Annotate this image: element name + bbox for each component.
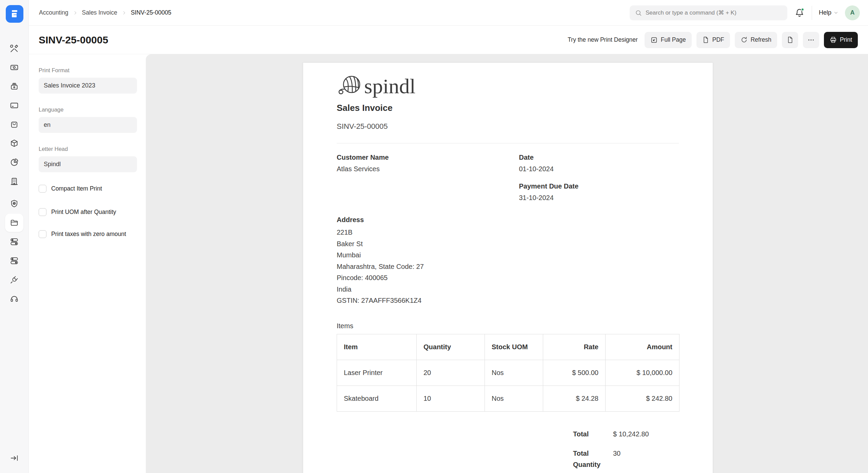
compact-item-print-row: Compact Item Print (39, 184, 139, 193)
try-print-designer-link[interactable]: Try the new Print Designer (568, 36, 638, 43)
sidebar-item-files[interactable] (5, 214, 23, 232)
item-name: Skateboard (337, 386, 417, 411)
cash-register-icon (10, 82, 19, 91)
address-line: Mumbai (337, 250, 679, 261)
sidebar-item-selling[interactable] (5, 115, 23, 134)
letterhead: spindl (337, 74, 679, 96)
date-label: Date (519, 154, 679, 161)
invoice-paper: spindl Sales Invoice SINV-25-00005 Custo… (303, 62, 713, 473)
sidebar-item-buying[interactable] (5, 77, 23, 96)
breadcrumb-sales-invoice[interactable]: Sales Invoice (82, 9, 117, 16)
address-line: 221B (337, 227, 679, 238)
shopping-bag-icon (10, 120, 19, 129)
breadcrumb-accounting[interactable]: Accounting (39, 9, 68, 16)
page-title: SINV-25-00005 (39, 34, 108, 46)
search-input[interactable]: Search or type a command (⌘ + K) (630, 5, 787, 20)
icon-sidebar (0, 0, 29, 473)
invoice-divider (337, 143, 679, 143)
full-page-icon (650, 36, 658, 44)
top-navbar: Accounting Sales Invoice SINV-25-00005 S… (29, 0, 868, 26)
avatar-initial: A (850, 9, 855, 16)
credit-card-icon (10, 101, 19, 110)
pdf-button[interactable]: PDF (696, 32, 730, 48)
print-format-label: Print Format (39, 67, 146, 74)
compact-item-print-checkbox[interactable] (39, 185, 46, 193)
help-menu[interactable]: Help (819, 9, 838, 16)
print-format-value: Sales Invoice 2023 (44, 82, 95, 89)
table-row: Skateboard 10 Nos $ 24.28 $ 242.80 (337, 386, 679, 411)
print-button[interactable]: Print (824, 32, 858, 48)
sidebar-item-settings[interactable] (5, 233, 23, 251)
yarn-ball-logo-icon (337, 74, 361, 96)
sidebar-item-integrations[interactable] (5, 271, 23, 289)
col-rate: Rate (543, 334, 606, 360)
sidebar-item-payments[interactable] (5, 96, 23, 115)
sidebar-item-organization[interactable] (5, 172, 23, 191)
item-uom: Nos (485, 360, 543, 386)
print-format-select[interactable]: Sales Invoice 2023 (39, 78, 137, 94)
col-item: Item (337, 334, 417, 360)
page-header: SINV-25-00005 Try the new Print Designer… (29, 26, 868, 54)
sidebar-item-analytics[interactable] (5, 153, 23, 172)
payment-due-date-value: 31-10-2024 (519, 194, 679, 202)
notifications-button[interactable] (794, 7, 805, 18)
items-section-label: Items (337, 322, 679, 330)
sidebar-item-support[interactable] (5, 290, 23, 308)
collapse-sidebar-button[interactable] (7, 451, 21, 465)
topbar-divider (812, 6, 812, 20)
print-zero-taxes-checkbox[interactable] (39, 230, 46, 238)
building-icon (10, 177, 19, 186)
invoice-doc-no: SINV-25-00005 (337, 122, 679, 131)
breadcrumb-current: SINV-25-00005 (131, 9, 172, 16)
language-value: en (44, 121, 51, 129)
printer-icon (830, 36, 837, 43)
more-options-button[interactable] (803, 32, 819, 48)
ellipsis-icon (807, 36, 815, 44)
sidebar-item-money[interactable] (5, 58, 23, 77)
language-select[interactable]: en (39, 117, 137, 133)
sidebar-item-stock[interactable] (5, 134, 23, 153)
print-uom-checkbox[interactable] (39, 208, 46, 216)
address-block: Address 221B Baker St Mumbai Maharashtra… (337, 216, 679, 307)
full-page-button[interactable]: Full Page (645, 32, 692, 48)
address-line: Baker St (337, 238, 679, 250)
pdf-label: PDF (712, 36, 724, 43)
dates-block: Date 01-10-2024 Payment Due Date 31-10-2… (508, 154, 679, 202)
erpnext-logo-icon (9, 8, 20, 20)
col-quantity: Quantity (417, 334, 485, 360)
address-line: Pincode: 400065 (337, 272, 679, 284)
full-page-label: Full Page (661, 36, 686, 43)
total-quantity-label: Total Quantity (573, 448, 613, 470)
plug-icon (10, 275, 19, 284)
date-value: 01-10-2024 (519, 165, 679, 173)
address-line: Maharashtra, State Code: 27 (337, 261, 679, 273)
tools-icon (10, 44, 19, 53)
sidebar-item-quality[interactable] (5, 195, 23, 213)
item-amount: $ 242.80 (606, 386, 679, 411)
chevron-down-icon (834, 11, 838, 15)
folder-icon (10, 218, 19, 227)
pie-chart-icon (10, 158, 19, 167)
sidebar-item-tools[interactable] (5, 39, 23, 58)
language-label: Language (39, 106, 146, 113)
invoice-doc-type: Sales Invoice (337, 103, 679, 113)
avatar[interactable]: A (845, 5, 860, 20)
totals-block: Total $ 10,242.80 Total Quantity 30 (573, 429, 679, 470)
chevron-right-icon (122, 11, 126, 15)
items-header-row: Item Quantity Stock UOM Rate Amount (337, 334, 679, 360)
erpnext-logo[interactable] (6, 5, 23, 23)
refresh-icon (741, 36, 748, 43)
letter-head-select[interactable]: Spindl (39, 156, 137, 172)
address-line: GSTIN: 27AAFFF3566K1Z4 (337, 295, 679, 307)
search-placeholder: Search or type a command (⌘ + K) (646, 9, 736, 16)
brand-wordmark: spindl (364, 77, 416, 96)
invoice-meta: Customer Name Atlas Services Date 01-10-… (337, 154, 679, 202)
sidebar-item-automation[interactable] (5, 252, 23, 270)
print-uom-row: Print UOM after Quantity (39, 208, 139, 216)
address-line: India (337, 284, 679, 295)
refresh-button[interactable]: Refresh (735, 32, 777, 48)
payment-due-date-label: Payment Due Date (519, 182, 679, 190)
print-options-panel: Print Format Sales Invoice 2023 Language… (29, 54, 146, 473)
customer-name-label: Customer Name (337, 154, 508, 161)
new-document-button[interactable] (782, 32, 798, 48)
